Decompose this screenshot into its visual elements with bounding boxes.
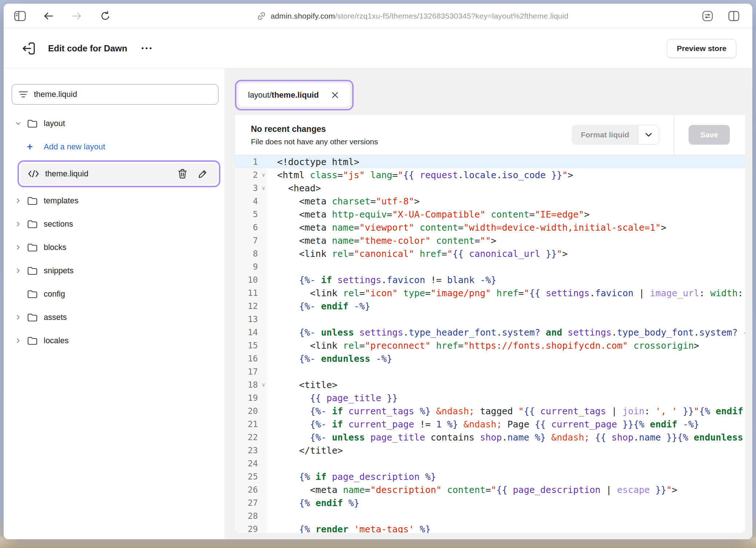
- sidebar-item-blocks[interactable]: blocks: [4, 236, 225, 259]
- code-line-15[interactable]: 15 <link rel="preconnect" href="https://…: [235, 339, 745, 352]
- code-line-4[interactable]: 4 <meta charset="utf-8">: [235, 195, 745, 208]
- code-line-14[interactable]: 14 {%- unless settings.type_header_font.…: [235, 326, 745, 339]
- app-header: Edit code for Dawn Preview store: [4, 28, 752, 68]
- code-text: {%- if current_page != 1 %} &ndash; Page…: [266, 419, 745, 430]
- code-line-7[interactable]: 7 <meta name="theme-color" content="">: [235, 234, 745, 247]
- chevron-right-icon[interactable]: [15, 244, 27, 251]
- page-settings-icon[interactable]: [701, 10, 714, 22]
- sidebar-item-locales[interactable]: locales: [4, 329, 225, 352]
- code-line-12[interactable]: 12 {%- endif -%}: [235, 300, 745, 313]
- code-text: <!doctype html>: [266, 157, 745, 167]
- line-number: 26: [248, 485, 258, 494]
- code-line-21[interactable]: 21 {%- if current_page != 1 %} &ndash; P…: [235, 418, 745, 431]
- chevron-right-icon[interactable]: [15, 220, 27, 228]
- code-line-29[interactable]: 29 {% render 'meta-tags' %}: [235, 522, 745, 533]
- more-actions-button[interactable]: [142, 47, 151, 49]
- code-line-11[interactable]: 11 <link rel="icon" type="image/png" hre…: [235, 286, 745, 300]
- format-options-dropdown[interactable]: [638, 125, 659, 145]
- sidebar-item-assets[interactable]: assets: [4, 306, 225, 329]
- line-number: 4: [253, 196, 258, 206]
- code-editor[interactable]: 1<!doctype html>2∨<html class="js" lang=…: [235, 155, 745, 533]
- line-number: 19: [248, 393, 258, 403]
- line-number: 20: [248, 406, 258, 416]
- code-line-24[interactable]: 24: [235, 457, 745, 470]
- code-text: {% render 'meta-tags' %}: [266, 524, 745, 533]
- format-liquid-button[interactable]: Format liquid: [572, 125, 638, 145]
- folder-label: assets: [44, 313, 67, 322]
- code-line-16[interactable]: 16 {%- endunless -%}: [235, 352, 745, 365]
- code-text: <meta name="viewport" content="width=dev…: [266, 222, 745, 233]
- code-line-28[interactable]: 28: [235, 509, 745, 522]
- chevron-down-icon[interactable]: [15, 120, 27, 127]
- exit-editor-button[interactable]: [21, 41, 36, 56]
- preview-store-button[interactable]: Preview store: [667, 39, 736, 58]
- line-number: 22: [248, 432, 258, 442]
- save-button[interactable]: Save: [689, 125, 730, 145]
- sidebar-file-theme.liquid[interactable]: theme.liquid: [20, 163, 217, 184]
- fold-toggle-icon[interactable]: ∨: [262, 185, 265, 191]
- gutter-cell: 1: [235, 155, 266, 168]
- chevron-right-icon[interactable]: [15, 197, 27, 204]
- forward-icon[interactable]: [71, 10, 83, 22]
- gutter-cell: 28: [235, 509, 266, 522]
- code-line-27[interactable]: 27 {% endif %}: [235, 496, 745, 509]
- close-icon[interactable]: [330, 90, 340, 101]
- code-line-22[interactable]: 22 {%- unless page_title contains shop.n…: [235, 431, 745, 444]
- code-line-23[interactable]: 23 </title>: [235, 444, 745, 457]
- url-host: admin.shopify.com: [271, 12, 335, 20]
- gutter-cell: 22: [235, 431, 266, 444]
- add-new-layout-button[interactable]: +Add a new layout: [4, 135, 225, 158]
- file-sidebar: layout+Add a new layouttheme.liquidtempl…: [4, 69, 225, 539]
- sidebar-item-templates[interactable]: templates: [4, 189, 225, 212]
- code-line-8[interactable]: 8 <link rel="canonical" href="{{ canonic…: [235, 247, 745, 260]
- code-line-18[interactable]: 18∨ <title>: [235, 378, 745, 391]
- browser-window: admin.shopify.com/store/rzq1xu-f5/themes…: [4, 4, 752, 539]
- sidebar-item-snippets[interactable]: snippets: [4, 259, 225, 282]
- sidebar-item-config[interactable]: config: [4, 282, 225, 306]
- code-line-19[interactable]: 19 {{ page_title }}: [235, 391, 745, 404]
- chevron-right-icon[interactable]: [15, 267, 27, 274]
- fold-toggle-icon[interactable]: ∨: [262, 172, 265, 178]
- code-line-3[interactable]: 3∨ <head>: [235, 181, 745, 195]
- line-number: 12: [248, 301, 258, 311]
- fold-toggle-icon[interactable]: ∨: [262, 382, 265, 388]
- line-number: 9: [253, 262, 258, 271]
- split-view-icon[interactable]: [728, 10, 740, 22]
- link-icon: [257, 11, 266, 21]
- tab-layout-theme-liquid[interactable]: layout/theme.liquid: [239, 83, 350, 107]
- code-line-5[interactable]: 5 <meta http-equiv="X-UA-Compatible" con…: [235, 208, 745, 221]
- rename-file-icon[interactable]: [196, 167, 210, 181]
- reload-icon[interactable]: [99, 10, 111, 22]
- chevron-right-icon[interactable]: [15, 314, 27, 321]
- code-line-10[interactable]: 10 {%- if settings.favicon != blank -%}: [235, 273, 745, 286]
- code-line-2[interactable]: 2∨<html class="js" lang="{{ request.loca…: [235, 168, 745, 181]
- line-number: 15: [248, 341, 258, 350]
- code-text: {%- unless settings.type_header_font.sys…: [266, 327, 745, 338]
- code-line-26[interactable]: 26 <meta name="description" content="{{ …: [235, 483, 745, 496]
- filter-icon[interactable]: [19, 90, 28, 98]
- code-line-13[interactable]: 13: [235, 313, 745, 326]
- url-bar[interactable]: admin.shopify.com/store/rzq1xu-f5/themes…: [124, 11, 701, 21]
- code-line-9[interactable]: 9: [235, 260, 745, 273]
- code-line-20[interactable]: 20 {%- if current_tags %} &ndash; tagged…: [235, 404, 745, 418]
- file-search[interactable]: [12, 84, 218, 105]
- code-file-icon: [28, 170, 39, 178]
- sidebar-item-sections[interactable]: sections: [4, 212, 225, 236]
- tab-label: layout/theme.liquid: [248, 90, 319, 100]
- delete-file-icon[interactable]: [175, 167, 190, 181]
- code-text: {%- endif -%}: [266, 301, 745, 312]
- sidebar-item-layout[interactable]: layout: [4, 112, 225, 135]
- line-number: 1: [253, 157, 258, 167]
- back-icon[interactable]: [42, 10, 55, 22]
- code-line-1[interactable]: 1<!doctype html>: [235, 155, 745, 168]
- code-line-25[interactable]: 25 {% if page_description %}: [235, 470, 745, 483]
- code-text: <html class="js" lang="{{ request.locale…: [266, 170, 745, 180]
- sidebar-toggle-icon[interactable]: [14, 10, 26, 22]
- code-line-17[interactable]: 17: [235, 365, 745, 378]
- line-number: 18: [248, 380, 258, 390]
- chevron-right-icon[interactable]: [15, 337, 27, 344]
- folder-icon: [27, 266, 44, 275]
- code-line-6[interactable]: 6 <meta name="viewport" content="width=d…: [235, 221, 745, 234]
- search-input[interactable]: [34, 90, 212, 99]
- gutter-cell: 8: [235, 247, 266, 260]
